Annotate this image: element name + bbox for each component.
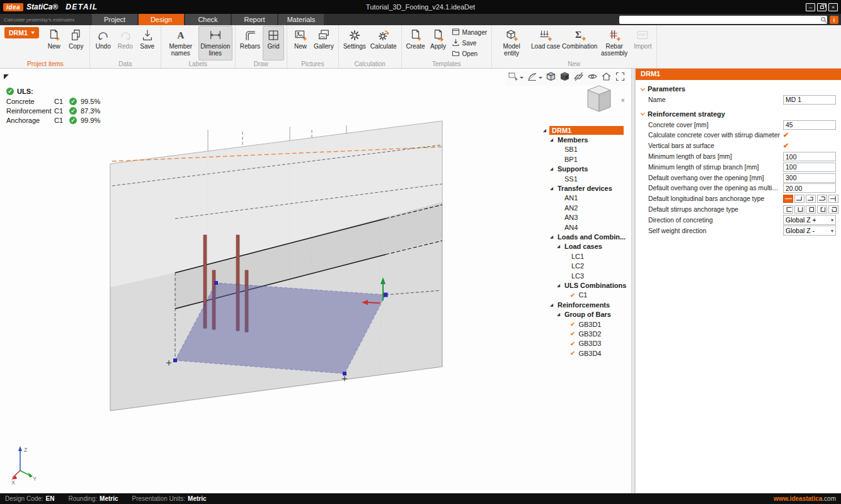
ribbon-settings-button[interactable]: Settings — [341, 26, 368, 60]
stir-lap-option-button[interactable] — [828, 205, 838, 214]
close-button[interactable]: × — [828, 3, 838, 11]
expander-icon[interactable]: ◢ — [550, 186, 556, 191]
tree-item-gb3d1[interactable]: ✔GB3D1 — [543, 319, 624, 329]
stir-u-option-button[interactable] — [794, 205, 804, 214]
help-button[interactable]: i — [830, 16, 838, 24]
ribbon-save-button[interactable]: Save — [137, 26, 158, 60]
checkbox-checked-icon[interactable]: ✔ — [570, 292, 575, 299]
stir-closed-option-button[interactable] — [806, 205, 816, 214]
loop-option-button[interactable] — [817, 195, 827, 203]
concrete-cover-mm-input[interactable] — [783, 120, 836, 130]
ribbon-new-button[interactable]: New — [290, 26, 311, 60]
minimum-length-of-stirrup-branch-mm-input[interactable] — [783, 163, 836, 172]
expander-icon[interactable]: ◢ — [550, 234, 556, 239]
tab-project[interactable]: Project — [92, 14, 137, 25]
checkbox-checked-icon[interactable]: ✔ — [570, 350, 575, 357]
minimize-button[interactable]: – — [806, 3, 815, 11]
ribbon-dimension-lines-button[interactable]: Dimension lines — [198, 26, 232, 60]
ribbon-grid-button[interactable]: Grid — [263, 26, 284, 60]
default-overhang-over-the-opening-mm-input[interactable] — [783, 173, 836, 183]
tree-item-an1[interactable]: AN1 — [543, 193, 624, 203]
3d-viewport[interactable]: Z X Y ✓ULS:ConcreteC1✓99.5%Reinforcement… — [0, 69, 631, 493]
viewport-view-dark-button[interactable] — [559, 71, 571, 85]
navigation-cube[interactable]: × — [579, 84, 625, 117]
tab-check[interactable]: Check — [185, 14, 231, 25]
ribbon-rebars-button[interactable]: Rebars — [238, 26, 262, 60]
tree-item-loads-and-combin[interactable]: ◢Loads and Combin... — [543, 232, 624, 241]
overlay-expander-icon[interactable] — [4, 74, 9, 79]
ribbon-new-button[interactable]: New — [43, 26, 65, 60]
tree-item-drm1[interactable]: ◢DRM1 — [543, 125, 624, 135]
ribbon-create-button[interactable]: Create — [404, 26, 427, 60]
checkbox-checked-icon[interactable]: ✔ — [570, 330, 575, 337]
straight-option-button[interactable] — [783, 195, 793, 203]
checkbox-checked-icon[interactable]: ✔ — [570, 321, 575, 328]
self-weight-direction-select[interactable]: Global Z -▾ — [783, 226, 836, 236]
website-link[interactable]: www.ideastatica.com — [774, 495, 836, 502]
viewport-measure-button[interactable] — [526, 71, 543, 85]
viewport-home-button[interactable] — [600, 71, 612, 85]
checkbox-checked-icon[interactable]: ✔ — [783, 142, 789, 150]
stir-hook-option-button[interactable] — [817, 205, 827, 214]
project-item-selector[interactable]: DRM1 — [4, 27, 39, 38]
stir-open-option-button[interactable] — [783, 205, 793, 214]
ribbon-member-names-button[interactable]: AMember names — [164, 26, 198, 60]
hook-up-return-option-button[interactable] — [806, 195, 816, 203]
ribbon-gallery-button[interactable]: Gallery — [312, 26, 336, 60]
chevron-down-icon[interactable] — [520, 77, 523, 79]
tab-materials[interactable]: Materials — [278, 14, 324, 25]
checkbox-checked-icon[interactable]: ✔ — [570, 340, 575, 347]
tree-item-an2[interactable]: AN2 — [543, 203, 624, 212]
tree-item-ss1[interactable]: SS1 — [543, 174, 624, 183]
tree-item-transfer-devices[interactable]: ◢Transfer devices — [543, 183, 624, 193]
ribbon-save-button[interactable]: Save — [450, 38, 489, 48]
ribbon-rebar-assembly-button[interactable]: Rebar assembly — [597, 26, 631, 60]
tree-item-reinforcements[interactable]: ◢Reinforcements — [543, 300, 624, 309]
checkbox-checked-icon[interactable]: ✔ — [783, 131, 789, 139]
name-input[interactable] — [783, 95, 836, 105]
viewport-zoom-fit-button[interactable] — [614, 71, 626, 85]
ribbon-undo-button[interactable]: Undo — [93, 26, 114, 60]
expander-icon[interactable]: ◢ — [557, 283, 563, 288]
tree-item-load-cases[interactable]: ◢Load cases — [543, 242, 624, 251]
ribbon-model-entity-button[interactable]: Model entity — [495, 26, 529, 60]
tree-item-bp1[interactable]: BP1 — [543, 154, 624, 164]
tab-design[interactable]: Design — [139, 14, 184, 25]
section-header-parameters[interactable]: Parameters — [636, 80, 841, 94]
hook-up-option-button[interactable] — [794, 195, 804, 203]
restore-button[interactable] — [817, 3, 827, 11]
ribbon-open-button[interactable]: Open — [450, 49, 489, 59]
expander-icon[interactable]: ◢ — [543, 128, 549, 133]
ribbon-copy-button[interactable]: Copy — [66, 26, 87, 60]
section-header-reinforcement-strategy[interactable]: Reinforcement strategy — [636, 105, 841, 120]
ribbon-apply-button[interactable]: Apply — [428, 26, 449, 60]
search-icon[interactable] — [820, 16, 827, 23]
tree-item-gb3d3[interactable]: ✔GB3D3 — [543, 339, 624, 348]
expander-icon[interactable]: ◢ — [550, 137, 556, 142]
plate-option-button[interactable] — [828, 195, 838, 203]
ribbon-calculate-button[interactable]: Calculate — [369, 26, 399, 60]
search-input[interactable] — [619, 16, 820, 23]
tree-item-lc3[interactable]: LC3 — [543, 271, 624, 280]
tree-item-an4[interactable]: AN4 — [543, 222, 624, 232]
viewport-visibility-button[interactable] — [586, 71, 598, 85]
tab-report[interactable]: Report — [232, 14, 277, 25]
expander-icon[interactable]: ◢ — [550, 302, 556, 307]
ribbon-combination-button[interactable]: ΣCombination — [563, 26, 597, 60]
viewport-select-button[interactable] — [507, 71, 524, 85]
viewport-clip-plane-button[interactable] — [573, 71, 585, 85]
tree-item-gb3d2[interactable]: ✔GB3D2 — [543, 329, 624, 338]
tree-item-supports[interactable]: ◢Supports — [543, 164, 624, 174]
tree-item-lc1[interactable]: LC1 — [543, 251, 624, 261]
nav-cube-close-icon[interactable]: × — [621, 96, 625, 104]
tree-item-c1[interactable]: ✔C1 — [543, 290, 624, 300]
tree-item-lc2[interactable]: LC2 — [543, 261, 624, 270]
tree-item-an3[interactable]: AN3 — [543, 213, 624, 222]
tree-item-uls-combinations[interactable]: ◢ULS Combinations — [543, 280, 624, 290]
tree-item-gb3d4[interactable]: ✔GB3D4 — [543, 348, 624, 358]
expander-icon[interactable]: ◢ — [557, 244, 563, 249]
ribbon-load-case-button[interactable]: Load case — [529, 26, 562, 60]
expander-icon[interactable]: ◢ — [550, 166, 556, 171]
minimum-length-of-bars-mm-input[interactable] — [783, 152, 836, 161]
tree-item-group-of-bars[interactable]: ◢Group of Bars — [543, 309, 624, 319]
